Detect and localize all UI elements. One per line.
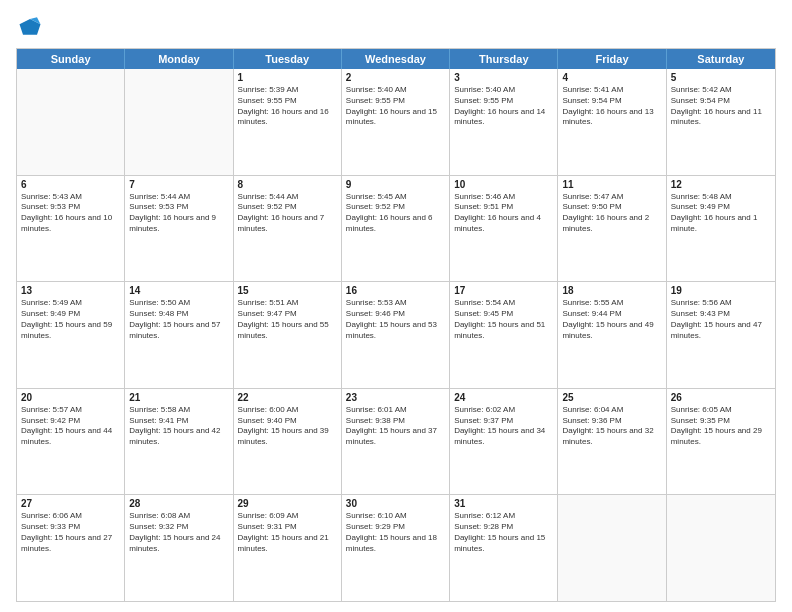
cell-sun-info: Sunrise: 5:39 AM Sunset: 9:55 PM Dayligh… (238, 85, 337, 128)
empty-cell (125, 69, 233, 175)
cell-sun-info: Sunrise: 5:48 AM Sunset: 9:49 PM Dayligh… (671, 192, 771, 235)
day-cell-7: 7Sunrise: 5:44 AM Sunset: 9:53 PM Daylig… (125, 176, 233, 282)
cell-sun-info: Sunrise: 5:44 AM Sunset: 9:53 PM Dayligh… (129, 192, 228, 235)
cell-sun-info: Sunrise: 5:54 AM Sunset: 9:45 PM Dayligh… (454, 298, 553, 341)
day-cell-16: 16Sunrise: 5:53 AM Sunset: 9:46 PM Dayli… (342, 282, 450, 388)
day-cell-17: 17Sunrise: 5:54 AM Sunset: 9:45 PM Dayli… (450, 282, 558, 388)
day-cell-3: 3Sunrise: 5:40 AM Sunset: 9:55 PM Daylig… (450, 69, 558, 175)
day-number: 12 (671, 179, 771, 190)
day-number: 29 (238, 498, 337, 509)
cell-sun-info: Sunrise: 5:57 AM Sunset: 9:42 PM Dayligh… (21, 405, 120, 448)
day-cell-31: 31Sunrise: 6:12 AM Sunset: 9:28 PM Dayli… (450, 495, 558, 601)
day-cell-1: 1Sunrise: 5:39 AM Sunset: 9:55 PM Daylig… (234, 69, 342, 175)
calendar: SundayMondayTuesdayWednesdayThursdayFrid… (16, 48, 776, 602)
day-number: 15 (238, 285, 337, 296)
day-number: 22 (238, 392, 337, 403)
day-cell-8: 8Sunrise: 5:44 AM Sunset: 9:52 PM Daylig… (234, 176, 342, 282)
calendar-week-3: 13Sunrise: 5:49 AM Sunset: 9:49 PM Dayli… (17, 281, 775, 388)
cell-sun-info: Sunrise: 5:45 AM Sunset: 9:52 PM Dayligh… (346, 192, 445, 235)
cell-sun-info: Sunrise: 6:00 AM Sunset: 9:40 PM Dayligh… (238, 405, 337, 448)
calendar-week-4: 20Sunrise: 5:57 AM Sunset: 9:42 PM Dayli… (17, 388, 775, 495)
cell-sun-info: Sunrise: 5:44 AM Sunset: 9:52 PM Dayligh… (238, 192, 337, 235)
day-number: 4 (562, 72, 661, 83)
day-cell-18: 18Sunrise: 5:55 AM Sunset: 9:44 PM Dayli… (558, 282, 666, 388)
day-cell-4: 4Sunrise: 5:41 AM Sunset: 9:54 PM Daylig… (558, 69, 666, 175)
day-number: 13 (21, 285, 120, 296)
day-number: 6 (21, 179, 120, 190)
cell-sun-info: Sunrise: 5:42 AM Sunset: 9:54 PM Dayligh… (671, 85, 771, 128)
day-number: 3 (454, 72, 553, 83)
day-cell-14: 14Sunrise: 5:50 AM Sunset: 9:48 PM Dayli… (125, 282, 233, 388)
cell-sun-info: Sunrise: 6:12 AM Sunset: 9:28 PM Dayligh… (454, 511, 553, 554)
cell-sun-info: Sunrise: 6:04 AM Sunset: 9:36 PM Dayligh… (562, 405, 661, 448)
day-number: 21 (129, 392, 228, 403)
day-cell-29: 29Sunrise: 6:09 AM Sunset: 9:31 PM Dayli… (234, 495, 342, 601)
day-cell-12: 12Sunrise: 5:48 AM Sunset: 9:49 PM Dayli… (667, 176, 775, 282)
day-number: 18 (562, 285, 661, 296)
cell-sun-info: Sunrise: 6:05 AM Sunset: 9:35 PM Dayligh… (671, 405, 771, 448)
day-cell-28: 28Sunrise: 6:08 AM Sunset: 9:32 PM Dayli… (125, 495, 233, 601)
day-number: 31 (454, 498, 553, 509)
cell-sun-info: Sunrise: 6:02 AM Sunset: 9:37 PM Dayligh… (454, 405, 553, 448)
day-cell-9: 9Sunrise: 5:45 AM Sunset: 9:52 PM Daylig… (342, 176, 450, 282)
calendar-week-5: 27Sunrise: 6:06 AM Sunset: 9:33 PM Dayli… (17, 494, 775, 601)
day-number: 10 (454, 179, 553, 190)
day-number: 7 (129, 179, 228, 190)
day-number: 5 (671, 72, 771, 83)
day-cell-11: 11Sunrise: 5:47 AM Sunset: 9:50 PM Dayli… (558, 176, 666, 282)
cell-sun-info: Sunrise: 5:49 AM Sunset: 9:49 PM Dayligh… (21, 298, 120, 341)
day-number: 19 (671, 285, 771, 296)
day-cell-22: 22Sunrise: 6:00 AM Sunset: 9:40 PM Dayli… (234, 389, 342, 495)
day-number: 9 (346, 179, 445, 190)
day-number: 26 (671, 392, 771, 403)
day-cell-30: 30Sunrise: 6:10 AM Sunset: 9:29 PM Dayli… (342, 495, 450, 601)
header-day-tuesday: Tuesday (234, 49, 342, 69)
day-number: 28 (129, 498, 228, 509)
header (16, 12, 776, 40)
calendar-week-1: 1Sunrise: 5:39 AM Sunset: 9:55 PM Daylig… (17, 69, 775, 175)
calendar-header-row: SundayMondayTuesdayWednesdayThursdayFrid… (17, 49, 775, 69)
cell-sun-info: Sunrise: 5:50 AM Sunset: 9:48 PM Dayligh… (129, 298, 228, 341)
cell-sun-info: Sunrise: 6:01 AM Sunset: 9:38 PM Dayligh… (346, 405, 445, 448)
cell-sun-info: Sunrise: 5:47 AM Sunset: 9:50 PM Dayligh… (562, 192, 661, 235)
day-number: 2 (346, 72, 445, 83)
day-number: 8 (238, 179, 337, 190)
cell-sun-info: Sunrise: 5:56 AM Sunset: 9:43 PM Dayligh… (671, 298, 771, 341)
cell-sun-info: Sunrise: 5:43 AM Sunset: 9:53 PM Dayligh… (21, 192, 120, 235)
header-day-thursday: Thursday (450, 49, 558, 69)
empty-cell (558, 495, 666, 601)
cell-sun-info: Sunrise: 5:40 AM Sunset: 9:55 PM Dayligh… (346, 85, 445, 128)
day-cell-26: 26Sunrise: 6:05 AM Sunset: 9:35 PM Dayli… (667, 389, 775, 495)
day-number: 23 (346, 392, 445, 403)
cell-sun-info: Sunrise: 5:55 AM Sunset: 9:44 PM Dayligh… (562, 298, 661, 341)
day-cell-20: 20Sunrise: 5:57 AM Sunset: 9:42 PM Dayli… (17, 389, 125, 495)
day-cell-25: 25Sunrise: 6:04 AM Sunset: 9:36 PM Dayli… (558, 389, 666, 495)
day-number: 16 (346, 285, 445, 296)
cell-sun-info: Sunrise: 6:06 AM Sunset: 9:33 PM Dayligh… (21, 511, 120, 554)
cell-sun-info: Sunrise: 5:40 AM Sunset: 9:55 PM Dayligh… (454, 85, 553, 128)
day-number: 25 (562, 392, 661, 403)
cell-sun-info: Sunrise: 6:10 AM Sunset: 9:29 PM Dayligh… (346, 511, 445, 554)
day-cell-24: 24Sunrise: 6:02 AM Sunset: 9:37 PM Dayli… (450, 389, 558, 495)
day-number: 17 (454, 285, 553, 296)
day-number: 20 (21, 392, 120, 403)
day-cell-15: 15Sunrise: 5:51 AM Sunset: 9:47 PM Dayli… (234, 282, 342, 388)
day-number: 11 (562, 179, 661, 190)
header-day-sunday: Sunday (17, 49, 125, 69)
cell-sun-info: Sunrise: 6:09 AM Sunset: 9:31 PM Dayligh… (238, 511, 337, 554)
calendar-body: 1Sunrise: 5:39 AM Sunset: 9:55 PM Daylig… (17, 69, 775, 601)
day-cell-10: 10Sunrise: 5:46 AM Sunset: 9:51 PM Dayli… (450, 176, 558, 282)
day-number: 1 (238, 72, 337, 83)
day-number: 14 (129, 285, 228, 296)
day-cell-21: 21Sunrise: 5:58 AM Sunset: 9:41 PM Dayli… (125, 389, 233, 495)
day-cell-5: 5Sunrise: 5:42 AM Sunset: 9:54 PM Daylig… (667, 69, 775, 175)
day-cell-2: 2Sunrise: 5:40 AM Sunset: 9:55 PM Daylig… (342, 69, 450, 175)
empty-cell (667, 495, 775, 601)
day-number: 27 (21, 498, 120, 509)
cell-sun-info: Sunrise: 5:46 AM Sunset: 9:51 PM Dayligh… (454, 192, 553, 235)
day-cell-23: 23Sunrise: 6:01 AM Sunset: 9:38 PM Dayli… (342, 389, 450, 495)
day-number: 24 (454, 392, 553, 403)
day-cell-6: 6Sunrise: 5:43 AM Sunset: 9:53 PM Daylig… (17, 176, 125, 282)
page: SundayMondayTuesdayWednesdayThursdayFrid… (0, 0, 792, 612)
cell-sun-info: Sunrise: 5:41 AM Sunset: 9:54 PM Dayligh… (562, 85, 661, 128)
